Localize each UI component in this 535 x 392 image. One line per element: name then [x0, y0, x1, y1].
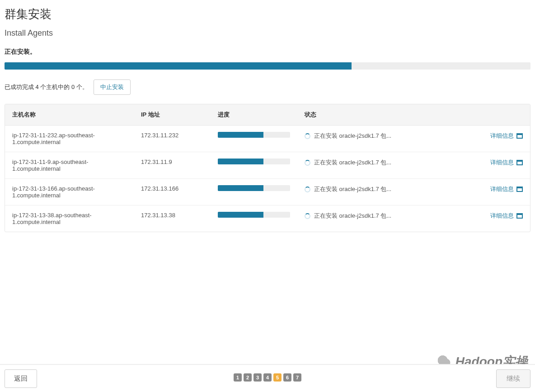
details-link[interactable]: 详细信息	[490, 185, 514, 193]
completed-text: 已成功完成 4 个主机中的 0 个。	[5, 83, 88, 91]
status-heading: 正在安装。	[5, 48, 530, 56]
hostname-cell: ip-172-31-11-232.ap-southeast-1.compute.…	[5, 126, 134, 152]
progress-cell	[211, 126, 297, 152]
hostname-cell: ip-172-31-13-38.ap-southeast-1.compute.i…	[5, 205, 134, 232]
row-progress-bar	[218, 132, 290, 138]
table-row: ip-172-31-11-232.ap-southeast-1.compute.…	[5, 126, 530, 152]
global-progress-fill	[5, 62, 352, 70]
row-progress-bar	[218, 185, 290, 191]
abort-install-button[interactable]: 中止安装	[94, 79, 131, 95]
hosts-table: 主机名称 IP 地址 进度 状态 ip-172-31-11-232.ap-sou…	[5, 104, 530, 232]
subtitle: Install Agents	[5, 28, 530, 38]
details-link[interactable]: 详细信息	[490, 159, 514, 167]
status-cell: 正在安装 oracle-j2sdk1.7 包...详细信息	[297, 126, 530, 152]
svg-rect-7	[517, 215, 522, 218]
wizard-step-4[interactable]: 4	[263, 373, 272, 382]
global-progress-bar	[5, 62, 530, 70]
expand-icon[interactable]	[516, 133, 523, 139]
wizard-step-3[interactable]: 3	[253, 373, 262, 382]
spinner-icon	[305, 187, 310, 192]
expand-icon[interactable]	[516, 213, 523, 219]
wizard-step-5[interactable]: 5	[273, 373, 282, 382]
wizard-footer: 返回 1234567 继续	[0, 364, 535, 392]
row-progress-fill	[218, 212, 263, 218]
col-header-ip: IP 地址	[134, 104, 211, 126]
continue-button[interactable]: 继续	[496, 369, 530, 388]
wizard-steps: 1234567	[234, 373, 301, 382]
status-cell: 正在安装 oracle-j2sdk1.7 包...详细信息	[297, 152, 530, 179]
ip-cell: 172.31.13.38	[134, 205, 211, 232]
wizard-step-1[interactable]: 1	[234, 373, 242, 382]
status-cell: 正在安装 oracle-j2sdk1.7 包...详细信息	[297, 205, 530, 232]
details-link[interactable]: 详细信息	[490, 132, 514, 140]
progress-cell	[211, 179, 297, 205]
status-cell: 正在安装 oracle-j2sdk1.7 包...详细信息	[297, 179, 530, 205]
page-title: 群集安装	[5, 6, 530, 22]
row-progress-fill	[218, 132, 263, 138]
wizard-step-2[interactable]: 2	[244, 373, 252, 382]
hostname-cell: ip-172-31-11-9.ap-southeast-1.compute.in…	[5, 152, 134, 179]
table-row: ip-172-31-11-9.ap-southeast-1.compute.in…	[5, 152, 530, 179]
ip-cell: 172.31.11.9	[134, 152, 211, 179]
col-header-hostname: 主机名称	[5, 104, 134, 126]
row-progress-bar	[218, 159, 290, 164]
progress-cell	[211, 205, 297, 232]
status-text: 正在安装 oracle-j2sdk1.7 包...	[314, 132, 391, 140]
row-progress-fill	[218, 159, 263, 164]
table-row: ip-172-31-13-38.ap-southeast-1.compute.i…	[5, 205, 530, 232]
spinner-icon	[305, 213, 310, 219]
wizard-step-7[interactable]: 7	[293, 373, 301, 382]
expand-icon[interactable]	[516, 160, 523, 165]
ip-cell: 172.31.13.166	[134, 179, 211, 205]
status-text: 正在安装 oracle-j2sdk1.7 包...	[314, 185, 391, 193]
row-progress-fill	[218, 185, 263, 191]
details-link[interactable]: 详细信息	[490, 212, 514, 220]
row-progress-bar	[218, 212, 290, 218]
wizard-step-6[interactable]: 6	[283, 373, 291, 382]
svg-rect-5	[517, 188, 522, 191]
status-text: 正在安装 oracle-j2sdk1.7 包...	[314, 159, 391, 167]
ip-cell: 172.31.11.232	[134, 126, 211, 152]
svg-rect-1	[517, 135, 522, 138]
table-row: ip-172-31-13-166.ap-southeast-1.compute.…	[5, 179, 530, 205]
status-text: 正在安装 oracle-j2sdk1.7 包...	[314, 212, 391, 220]
hostname-cell: ip-172-31-13-166.ap-southeast-1.compute.…	[5, 179, 134, 205]
spinner-icon	[305, 160, 310, 166]
col-header-progress: 进度	[211, 104, 297, 126]
col-header-status: 状态	[297, 104, 530, 126]
svg-rect-3	[517, 162, 522, 164]
progress-cell	[211, 152, 297, 179]
spinner-icon	[305, 133, 310, 139]
back-button[interactable]: 返回	[5, 369, 37, 388]
expand-icon[interactable]	[516, 187, 523, 192]
